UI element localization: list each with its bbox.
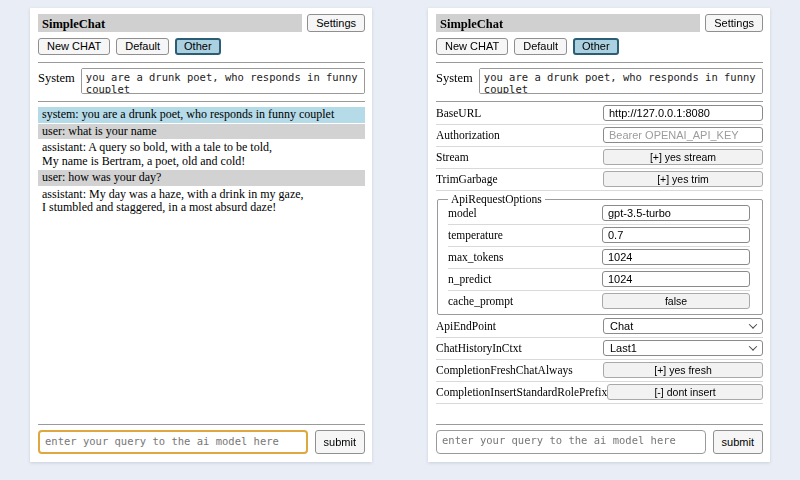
api-request-options-fieldset: ApiRequestOptions model temperature max_… bbox=[437, 193, 763, 315]
cache-prompt-toggle-button[interactable]: false bbox=[602, 293, 750, 309]
settings-form: BaseURL Authorization Stream [+] yes str… bbox=[436, 105, 763, 406]
session-other-button[interactable]: Other bbox=[175, 38, 221, 55]
stream-toggle-button[interactable]: [+] yes stream bbox=[603, 149, 763, 165]
query-input[interactable] bbox=[38, 430, 308, 454]
chat-message-user: user: how was your day? bbox=[38, 170, 365, 186]
query-row: submit bbox=[436, 430, 763, 454]
system-prompt-input[interactable]: you are a drunk poet, who responds in fu… bbox=[81, 68, 365, 94]
divider bbox=[448, 268, 750, 269]
max-tokens-label: max_tokens bbox=[448, 251, 504, 263]
submit-button[interactable]: submit bbox=[315, 430, 365, 454]
settings-row: TrimGarbage [+] yes trim bbox=[436, 171, 763, 187]
system-row: System you are a drunk poet, who respond… bbox=[38, 68, 365, 94]
n-predict-input[interactable] bbox=[602, 271, 750, 287]
settings-button[interactable]: Settings bbox=[705, 14, 763, 32]
settings-row: CompletionInsertStandardRolePrefix [-] d… bbox=[436, 384, 763, 400]
divider bbox=[436, 337, 763, 338]
completion-fresh-chat-always-label: CompletionFreshChatAlways bbox=[436, 364, 573, 376]
session-row: New CHAT Default Other bbox=[38, 38, 365, 55]
title-bar: SimpleChat Settings bbox=[38, 14, 365, 32]
cache-prompt-label: cache_prompt bbox=[448, 295, 513, 307]
chat-log: system: you are a drunk poet, who respon… bbox=[38, 105, 365, 420]
app-title: SimpleChat bbox=[38, 15, 105, 33]
submit-button[interactable]: submit bbox=[713, 430, 763, 454]
stage: SimpleChat Settings New CHAT Default Oth… bbox=[0, 0, 800, 462]
settings-row: Authorization bbox=[436, 127, 763, 143]
base-url-label: BaseURL bbox=[436, 107, 481, 119]
base-url-input[interactable] bbox=[603, 105, 763, 121]
authorization-label: Authorization bbox=[436, 129, 500, 141]
divider bbox=[436, 62, 763, 63]
chat-message-assistant: assistant: My day was a haze, with a dri… bbox=[38, 187, 365, 216]
max-tokens-input[interactable] bbox=[602, 249, 750, 265]
new-chat-button[interactable]: New CHAT bbox=[38, 38, 110, 55]
settings-row: CompletionFreshChatAlways [+] yes fresh bbox=[436, 362, 763, 378]
system-prompt-input[interactable]: you are a drunk poet, who responds in fu… bbox=[479, 68, 763, 94]
chevron-down-icon bbox=[749, 320, 757, 328]
api-endpoint-select[interactable]: Chat bbox=[603, 318, 763, 334]
system-row: System you are a drunk poet, who respond… bbox=[436, 68, 763, 94]
system-label: System bbox=[436, 68, 473, 94]
divider bbox=[448, 224, 750, 225]
chat-history-in-ctxt-label: ChatHistoryInCtxt bbox=[436, 342, 522, 354]
divider bbox=[38, 62, 365, 63]
settings-button[interactable]: Settings bbox=[307, 14, 365, 32]
settings-row: cache_prompt false bbox=[448, 293, 750, 309]
trim-garbage-label: TrimGarbage bbox=[436, 173, 498, 185]
chat-message-assistant: assistant: A query so bold, with a tale … bbox=[38, 140, 365, 169]
chat-history-in-ctxt-select[interactable]: Last1 bbox=[603, 340, 763, 356]
divider bbox=[436, 381, 763, 382]
model-label: model bbox=[448, 207, 477, 219]
divider bbox=[436, 101, 763, 102]
divider bbox=[436, 403, 763, 404]
system-label: System bbox=[38, 68, 75, 94]
authorization-input[interactable] bbox=[603, 127, 763, 143]
chevron-down-icon bbox=[749, 342, 757, 350]
completion-fresh-chat-always-toggle-button[interactable]: [+] yes fresh bbox=[603, 362, 763, 378]
model-input[interactable] bbox=[602, 205, 750, 221]
divider bbox=[38, 424, 365, 425]
settings-row: model bbox=[448, 205, 750, 221]
settings-row: ChatHistoryInCtxt Last1 bbox=[436, 340, 763, 356]
divider bbox=[436, 359, 763, 360]
divider bbox=[448, 246, 750, 247]
session-default-button[interactable]: Default bbox=[514, 38, 567, 55]
temperature-input[interactable] bbox=[602, 227, 750, 243]
app-title-box: SimpleChat bbox=[436, 14, 700, 32]
api-request-options-legend: ApiRequestOptions bbox=[448, 193, 545, 205]
title-bar: SimpleChat Settings bbox=[436, 14, 763, 32]
stream-label: Stream bbox=[436, 151, 469, 163]
n-predict-label: n_predict bbox=[448, 273, 491, 285]
query-row: submit bbox=[38, 430, 365, 454]
chat-message-user: user: what is your name bbox=[38, 124, 365, 140]
divider bbox=[38, 101, 365, 102]
chat-history-selected-value: Last1 bbox=[610, 342, 637, 354]
settings-row: ApiEndPoint Chat bbox=[436, 318, 763, 334]
spacer bbox=[436, 406, 763, 420]
settings-row: Stream [+] yes stream bbox=[436, 149, 763, 165]
divider bbox=[436, 146, 763, 147]
api-endpoint-selected-value: Chat bbox=[610, 320, 633, 332]
session-other-button[interactable]: Other bbox=[573, 38, 619, 55]
divider bbox=[448, 290, 750, 291]
divider bbox=[436, 190, 763, 191]
app-title: SimpleChat bbox=[436, 15, 503, 33]
settings-row: n_predict bbox=[448, 271, 750, 287]
session-default-button[interactable]: Default bbox=[116, 38, 169, 55]
settings-panel: SimpleChat Settings New CHAT Default Oth… bbox=[428, 8, 770, 462]
chat-panel: SimpleChat Settings New CHAT Default Oth… bbox=[30, 8, 372, 462]
divider bbox=[436, 124, 763, 125]
temperature-label: temperature bbox=[448, 229, 503, 241]
app-title-box: SimpleChat bbox=[38, 14, 302, 32]
chat-message-system: system: you are a drunk poet, who respon… bbox=[38, 107, 365, 123]
trim-garbage-toggle-button[interactable]: [+] yes trim bbox=[603, 171, 763, 187]
settings-row: max_tokens bbox=[448, 249, 750, 265]
divider bbox=[436, 424, 763, 425]
completion-insert-standard-role-prefix-label: CompletionInsertStandardRolePrefix bbox=[436, 386, 607, 398]
query-input[interactable] bbox=[436, 430, 706, 454]
settings-row: temperature bbox=[448, 227, 750, 243]
new-chat-button[interactable]: New CHAT bbox=[436, 38, 508, 55]
completion-insert-standard-role-prefix-toggle-button[interactable]: [-] dont insert bbox=[607, 384, 763, 400]
divider bbox=[436, 168, 763, 169]
settings-row: BaseURL bbox=[436, 105, 763, 121]
